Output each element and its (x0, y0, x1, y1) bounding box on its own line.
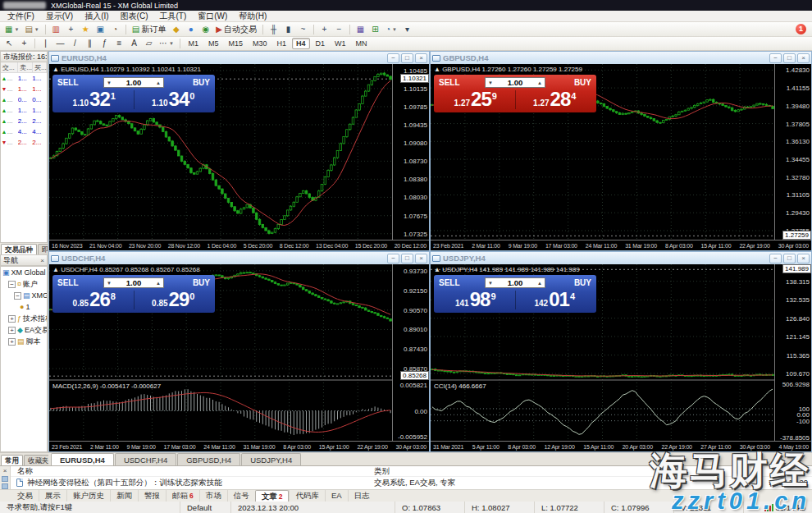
sell-price[interactable]: 1.10321 (55, 89, 134, 110)
navigator-item-badge[interactable]: −▤XMG (1, 290, 47, 301)
navigator-item-server[interactable]: ▣XM Global (1, 267, 47, 278)
trendline-button[interactable]: / (68, 38, 82, 50)
bar-chart-button[interactable]: ╫ (267, 23, 281, 35)
market-watch-row[interactable]: ▲...2...2... (1, 116, 47, 126)
menu-item[interactable]: 工具(T) (153, 11, 192, 22)
window-titlebar[interactable]: XMGlobal-Real 15 - XM Global Limited (0, 0, 812, 11)
navigator-item-fx[interactable]: +ƒ技术指标 (1, 313, 47, 324)
buy-button[interactable]: BUY (166, 278, 212, 287)
tree-expander[interactable]: − (14, 292, 21, 300)
terminal-tab-EA[interactable]: EA (325, 490, 348, 502)
timeframe-m5[interactable]: M5 (204, 38, 223, 49)
menu-item[interactable]: 插入(I) (79, 11, 114, 22)
market-watch-button[interactable]: ▥ (49, 23, 63, 35)
buy-price[interactable]: 1.10340 (135, 89, 213, 110)
new-order-button[interactable]: ▤新订单 (130, 23, 168, 35)
dock-icon[interactable] (2, 483, 8, 489)
close-button[interactable]: × (415, 53, 427, 63)
navigator-item-script[interactable]: +▤脚本 (1, 336, 47, 347)
volume-stepper[interactable]: ▼1.00▲ (103, 277, 164, 288)
time-scale[interactable]: 31 Mar 20215 Apr 11:008 Apr 03:0012 Apr … (431, 441, 811, 451)
volume-decrement-icon[interactable]: ▼ (104, 281, 114, 286)
market-watch-row[interactable]: ▲...1...1... (1, 73, 47, 84)
chart-window-titlebar[interactable]: USDCHF,H4−□× (49, 252, 429, 264)
buy-price[interactable]: 142014 (516, 290, 595, 310)
time-scale[interactable]: 23 Feb 20212 Mar 11:009 Mar 19:0017 Mar … (49, 441, 429, 451)
buy-button[interactable]: BUY (547, 78, 594, 87)
status-profile[interactable]: Default (180, 502, 231, 513)
navigator-tab-0[interactable]: 常用 (1, 455, 23, 465)
close-button[interactable]: × (415, 254, 427, 263)
horizontal-line-button[interactable]: — (53, 38, 67, 50)
navigator-item-coins[interactable]: −¤账户 (1, 278, 47, 290)
terminal-tab-展示[interactable]: 展示 (39, 490, 66, 502)
restore-button[interactable]: □ (401, 254, 413, 263)
cursor-button[interactable]: ↖ (2, 38, 16, 50)
minimize-button[interactable]: − (769, 254, 782, 263)
volume-stepper[interactable]: ▼1.00▲ (485, 277, 545, 288)
sell-price[interactable]: 0.85268 (55, 290, 134, 310)
price-scale[interactable]: 0.937300.921500.905700.890100.874300.858… (392, 264, 429, 441)
tile-windows-button[interactable]: ▦ (354, 23, 367, 35)
close-button[interactable]: × (797, 53, 810, 63)
market-watch-row[interactable]: ▲...4...4... (1, 126, 47, 137)
close-icon[interactable]: × (3, 467, 7, 474)
tree-expander[interactable]: + (8, 338, 16, 346)
tree-expander[interactable]: − (8, 281, 16, 288)
fibonacci-button[interactable]: ƒ (98, 38, 112, 50)
metaeditor-button[interactable]: ◆ (169, 23, 183, 35)
navigator-item-ea[interactable]: +◆EA交易 (1, 324, 47, 336)
restore-button[interactable]: □ (783, 53, 796, 63)
time-scale[interactable]: 16 Nov 202321 Nov 04:0023 Nov 20:0028 No… (49, 240, 429, 250)
restore-button[interactable]: □ (783, 254, 796, 263)
community-button[interactable]: ● (184, 23, 198, 35)
chart-window-titlebar[interactable]: GBPUSD,H4−□× (431, 52, 811, 64)
terminal-tab-日志[interactable]: 日志 (348, 490, 376, 502)
article-row[interactable]: 神经网络变得轻松（第四十五部分）：训练状态探索技能 交易系统, EA交易, 专家… (11, 477, 812, 488)
terminal-tab-代码库[interactable]: 代码库 (289, 490, 325, 502)
menu-item[interactable]: 文件(F) (2, 11, 40, 22)
profiles-button[interactable]: ▤▼ (22, 23, 41, 35)
sell-price[interactable]: 141989 (436, 290, 515, 310)
buy-button[interactable]: BUY (547, 278, 594, 287)
volume-decrement-icon[interactable]: ▼ (104, 80, 114, 85)
vertical-line-button[interactable]: | (39, 38, 52, 50)
buy-price[interactable]: 1.27284 (516, 89, 595, 110)
minimize-button[interactable]: − (387, 254, 399, 263)
timeframe-d1[interactable]: D1 (312, 38, 330, 49)
templates-button[interactable]: ▾ (400, 23, 414, 35)
periods-button[interactable]: ◔▼ (383, 23, 399, 35)
close-icon[interactable]: × (40, 257, 44, 264)
tree-expander[interactable]: + (8, 327, 16, 334)
new-chart-button[interactable]: ▦▼ (2, 23, 21, 35)
text-label-button[interactable]: ▱ (142, 38, 156, 50)
price-scale[interactable]: 138.315132.535126.840121.145115.365109.6… (774, 264, 811, 441)
data-window-button[interactable]: + (64, 23, 78, 35)
sell-button[interactable]: SELL (55, 278, 102, 287)
candlestick-chart-button[interactable]: ▮ (281, 23, 295, 35)
menu-item[interactable]: 帮助(H) (233, 11, 272, 22)
tab-symbols[interactable]: 交易品种 (1, 244, 37, 254)
volume-decrement-icon[interactable]: ▼ (486, 281, 495, 286)
terminal-tab-警报[interactable]: 警报 (138, 490, 166, 502)
chart-tab-eurusdh4[interactable]: EURUSD,H4 (51, 453, 114, 465)
market-watch-row[interactable]: ▲...0...0... (1, 94, 47, 105)
volume-value[interactable]: 1.00 (114, 78, 153, 87)
arrows-more-button[interactable]: ⋯▼ (157, 38, 176, 50)
notification-badge[interactable]: 1 (796, 24, 806, 34)
chart-area[interactable]: ▲ GBPUSD,H4 1.27260 1.27260 1.27259 1.27… (431, 64, 811, 250)
volume-value[interactable]: 1.00 (495, 78, 535, 87)
buy-price[interactable]: 0.85290 (135, 290, 213, 310)
timeframe-m1[interactable]: M1 (184, 38, 203, 49)
chart-tab-usdchfh4[interactable]: USDCHF,H4 (115, 453, 176, 465)
sell-price[interactable]: 1.27259 (436, 89, 515, 110)
timeframe-w1[interactable]: W1 (331, 38, 350, 49)
terminal-tab-新闻[interactable]: 新闻 (110, 490, 138, 502)
terminal-button[interactable]: ▣ (94, 23, 107, 35)
volume-decrement-icon[interactable]: ▼ (486, 80, 495, 85)
menu-item[interactable]: 图表(C) (115, 11, 154, 22)
price-scale[interactable]: 1.104851.101351.097851.094351.090801.087… (392, 64, 429, 240)
volume-increment-icon[interactable]: ▲ (153, 80, 163, 85)
terminal-tab-邮箱[interactable]: 邮箱6 (166, 490, 199, 502)
minimize-button[interactable]: − (387, 53, 399, 63)
